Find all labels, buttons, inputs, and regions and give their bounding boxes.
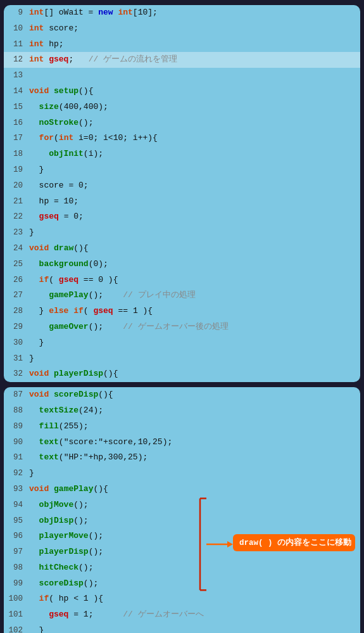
line-number: 27	[4, 288, 27, 304]
line-number: 30	[4, 335, 27, 351]
line-number: 10	[4, 21, 27, 37]
code-line: 22 gseq = 0;	[4, 209, 360, 225]
code-block-1: 9int[] oWait = new int[10];10int score;1…	[4, 5, 360, 382]
line-content: }	[27, 466, 360, 482]
line-number: 16	[4, 115, 27, 131]
line-content: fill(255);	[27, 419, 360, 435]
line-number: 32	[4, 366, 27, 382]
line-number: 98	[4, 560, 27, 576]
line-number: 18	[4, 146, 27, 162]
code-line: 17 for(int i=0; i<10; i++){	[4, 131, 360, 146]
line-number: 14	[4, 84, 27, 99]
code-editor: 9int[] oWait = new int[10];10int score;1…	[0, 5, 364, 633]
line-number: 24	[4, 241, 27, 257]
line-number: 20	[4, 178, 27, 194]
code-line: 14void setup(){	[4, 84, 360, 99]
code-line: 92}	[4, 466, 360, 482]
code-line: 27 gamePlay(); // プレイ中の処理	[4, 288, 360, 304]
line-content: void setup(){	[27, 84, 360, 99]
line-content: void scoreDisp(){	[27, 387, 360, 403]
line-content: text("HP:"+hp,300,25);	[27, 450, 360, 466]
code-line: 91 text("HP:"+hp,300,25);	[4, 450, 360, 466]
code-line: 19 }	[4, 162, 360, 178]
callout-annotation: draw( ) の内容をここに移動	[233, 534, 355, 551]
line-content: int hp;	[27, 37, 360, 53]
line-content: }	[27, 335, 360, 351]
code-line: 99 scoreDisp();	[4, 576, 360, 592]
line-number: 15	[4, 99, 27, 115]
line-content: int gseq; // ゲームの流れを管理	[27, 52, 360, 68]
code-line: 26 if( gseq == 0 ){	[4, 272, 360, 288]
line-number: 97	[4, 544, 27, 560]
code-line: 16 noStroke();	[4, 115, 360, 131]
line-content: int[] oWait = new int[10];	[27, 5, 360, 21]
line-content: noStroke();	[27, 115, 360, 131]
line-content: }	[27, 351, 360, 367]
code-line: 9int[] oWait = new int[10];	[4, 5, 360, 21]
code-line: 102 }	[4, 623, 360, 633]
code-line: 90 text("score:"+score,10,25);	[4, 435, 360, 451]
line-content: objInit(i);	[27, 146, 360, 162]
code-line: 15 size(400,400);	[4, 99, 360, 115]
line-content: objDisp();	[27, 513, 360, 529]
line-number: 100	[4, 591, 27, 607]
code-line: 98 hitCheck();	[4, 560, 360, 576]
code-line: 25 background(0);	[4, 257, 360, 272]
line-number: 28	[4, 304, 27, 319]
code-line: 95 objDisp();	[4, 513, 360, 529]
code-line: 20 score = 0;	[4, 178, 360, 194]
line-content: void draw(){	[27, 241, 360, 257]
line-number: 23	[4, 225, 27, 241]
code-line: 12int gseq; // ゲームの流れを管理	[4, 52, 360, 68]
line-content: hp = 10;	[27, 194, 360, 210]
line-number: 96	[4, 528, 27, 544]
code-line: 28 } else if( gseq == 1 ){	[4, 304, 360, 319]
code-line: 30 }	[4, 335, 360, 351]
code-line: 101 gseq = 1; // ゲームオーバーへ	[4, 607, 360, 623]
line-number: 93	[4, 482, 27, 497]
code-line: 87void scoreDisp(){	[4, 387, 360, 403]
code-line: 32void playerDisp(){	[4, 366, 360, 382]
line-content: } else if( gseq == 1 ){	[27, 304, 360, 319]
line-number: 9	[4, 5, 27, 21]
line-content: size(400,400);	[27, 99, 360, 115]
line-number: 102	[4, 623, 27, 633]
line-content	[27, 68, 360, 84]
line-content: gamePlay(); // プレイ中の処理	[27, 288, 360, 304]
line-content: objMove();	[27, 497, 360, 513]
code-line: 11int hp;	[4, 37, 360, 53]
code-line: 13	[4, 68, 360, 84]
line-content: int score;	[27, 21, 360, 37]
line-number: 99	[4, 576, 27, 592]
line-content: void gamePlay(){	[27, 482, 360, 497]
code-panel-2: 87void scoreDisp(){88 textSize(24);89 fi…	[4, 387, 360, 633]
line-content: score = 0;	[27, 178, 360, 194]
line-number: 88	[4, 403, 27, 419]
code-line: 88 textSize(24);	[4, 403, 360, 419]
line-content: for(int i=0; i<10; i++){	[27, 131, 360, 146]
line-content: gseq = 0;	[27, 209, 360, 225]
line-number: 91	[4, 450, 27, 466]
line-content: text("score:"+score,10,25);	[27, 435, 360, 451]
line-number: 87	[4, 387, 27, 403]
code-panel-1: 9int[] oWait = new int[10];10int score;1…	[4, 5, 360, 382]
line-content: gameOver(); // ゲームオーバー後の処理	[27, 319, 360, 335]
line-content: }	[27, 162, 360, 178]
code-line: 31}	[4, 351, 360, 367]
line-number: 101	[4, 607, 27, 623]
line-content: scoreDisp();	[27, 576, 360, 592]
line-content: void playerDisp(){	[27, 366, 360, 382]
line-number: 17	[4, 131, 27, 146]
code-line: 29 gameOver(); // ゲームオーバー後の処理	[4, 319, 360, 335]
line-number: 26	[4, 272, 27, 288]
line-number: 95	[4, 513, 27, 529]
code-line: 94 objMove();	[4, 497, 360, 513]
line-number: 22	[4, 209, 27, 225]
line-content: }	[27, 623, 360, 633]
line-content: textSize(24);	[27, 403, 360, 419]
line-content: hitCheck();	[27, 560, 360, 576]
code-block-2: 87void scoreDisp(){88 textSize(24);89 fi…	[4, 387, 360, 633]
line-number: 21	[4, 194, 27, 210]
line-number: 31	[4, 351, 27, 367]
line-content: background(0);	[27, 257, 360, 272]
